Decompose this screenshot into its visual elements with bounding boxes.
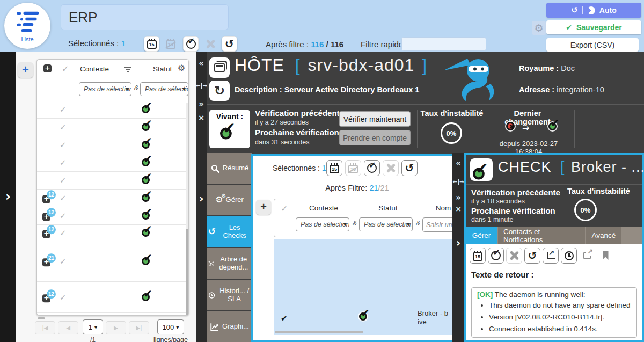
tab-resume[interactable]: Résumé: [207, 153, 252, 184]
acknowledge-button[interactable]: [488, 248, 504, 264]
downtime-button[interactable]: [470, 248, 486, 264]
select-all-check-icon[interactable]: ✓: [62, 64, 69, 74]
expand-plus-icon[interactable]: +12: [42, 290, 56, 302]
list-logo-button[interactable]: Liste: [4, 3, 50, 49]
tools-button[interactable]: [383, 160, 399, 176]
tools-button[interactable]: [202, 36, 218, 52]
tab-gerer[interactable]: Gérer: [466, 227, 497, 244]
row-check-icon[interactable]: ✓: [60, 140, 67, 150]
prev-page-button[interactable]: ◀: [58, 321, 78, 334]
bookmark-button[interactable]: [597, 248, 613, 264]
collapse-right-icon[interactable]: »: [196, 99, 207, 109]
collapse-left-icon[interactable]: «: [196, 59, 207, 68]
tools-button[interactable]: [506, 248, 522, 264]
host-type-button[interactable]: [209, 57, 230, 78]
table-row[interactable]: +12✓✔: [37, 225, 186, 241]
last-page-button[interactable]: ▶|: [129, 321, 149, 334]
row-check-icon[interactable]: ✓: [60, 193, 67, 203]
row-check-icon[interactable]: ✓: [60, 228, 67, 238]
resize-icon[interactable]: ←→: [196, 80, 207, 90]
scrollbar-thumb[interactable]: [186, 229, 188, 315]
expand-plus-icon[interactable]: +21: [42, 254, 56, 266]
horizontal-scrollbar[interactable]: [275, 331, 363, 333]
settings-gear-icon[interactable]: ⚙: [532, 21, 546, 35]
acknowledge-button[interactable]: [364, 160, 380, 176]
collapse-left-icon[interactable]: «: [452, 158, 464, 168]
add-column-button[interactable]: +: [18, 62, 33, 78]
check-type-button[interactable]: ✔: [470, 158, 493, 181]
expand-plus-icon[interactable]: +12: [42, 209, 56, 221]
close-panel-icon[interactable]: ×: [452, 205, 464, 213]
table-row[interactable]: ✓✔: [37, 136, 186, 154]
check-now-button[interactable]: Vérifier maintenant: [339, 111, 411, 127]
history-button[interactable]: [561, 248, 577, 264]
list-title-input[interactable]: [61, 4, 229, 30]
row-check-icon[interactable]: ✓: [60, 158, 67, 168]
recheck-button[interactable]: ↺: [401, 160, 418, 176]
downtime-button[interactable]: [326, 160, 342, 176]
sort-filter-icon[interactable]: [124, 67, 131, 72]
table-row[interactable]: +12✓✔: [37, 190, 186, 207]
downtime-cancel-button[interactable]: [163, 36, 178, 52]
downtime-button[interactable]: [144, 36, 159, 52]
recheck-button[interactable]: ↺: [222, 36, 237, 52]
expand-plus-icon[interactable]: +12: [42, 191, 56, 203]
contexte-filter-select[interactable]: Pas de sélection: [296, 217, 349, 231]
next-page-button[interactable]: ▶: [106, 321, 126, 334]
graph-button[interactable]: [543, 248, 559, 264]
tab-gerer[interactable]: ⚙⚙ Gérer: [207, 185, 252, 215]
tab-historique-sla[interactable]: Histori... / SLA: [207, 280, 252, 310]
expand-chevron-icon[interactable]: ›: [0, 189, 16, 204]
row-check-icon[interactable]: ✓: [60, 257, 67, 266]
reload-host-button[interactable]: ↻: [209, 81, 230, 101]
column-header-contexte[interactable]: Contexte: [297, 204, 350, 212]
expand-chevron-icon[interactable]: ›: [196, 192, 207, 205]
expand-all-icon[interactable]: +: [43, 64, 52, 72]
row-check-icon[interactable]: ✔: [281, 314, 288, 323]
table-row[interactable]: ✓✔: [37, 172, 186, 190]
recheck-button[interactable]: ↺: [524, 248, 540, 264]
tab-les-checks[interactable]: ↺ Les Checks: [207, 216, 252, 247]
per-page-select[interactable]: 100 ▾: [157, 319, 184, 334]
close-panel-icon[interactable]: ×: [196, 113, 207, 122]
downtime-cancel-button[interactable]: [345, 160, 361, 176]
acknowledge-button[interactable]: [183, 36, 199, 52]
statut-filter-select[interactable]: Pas de sélection: [140, 82, 188, 96]
tab-graphiques[interactable]: Graphi...: [207, 311, 252, 342]
row-check-icon[interactable]: ✓: [60, 211, 67, 221]
tab-avance[interactable]: Avancé: [586, 227, 621, 244]
quick-filter-input[interactable]: [401, 37, 486, 51]
table-row[interactable]: +12✓✔: [37, 282, 186, 313]
columns-gear-icon[interactable]: ⚙: [178, 63, 185, 73]
page-select[interactable]: 1 ▾: [83, 319, 103, 334]
table-row[interactable]: ✓✔: [37, 154, 186, 172]
column-header-statut[interactable]: Statut: [361, 204, 415, 212]
select-all-check-icon[interactable]: ✓: [281, 203, 288, 214]
expand-chevron-icon[interactable]: ›: [452, 236, 464, 249]
contexte-filter-select[interactable]: Pas de sélection: [79, 82, 131, 96]
column-header-contexte[interactable]: Contexte: [80, 65, 109, 73]
add-column-button[interactable]: +: [256, 200, 271, 215]
vertical-scrollbar[interactable]: [186, 103, 188, 315]
first-page-button[interactable]: |◀: [35, 321, 55, 334]
statut-filter-select[interactable]: Pas de sélection: [359, 217, 413, 231]
save-button[interactable]: ✔ Sauvegarder: [546, 20, 641, 34]
export-csv-button[interactable]: Export (CSV): [546, 38, 639, 52]
open-external-button[interactable]: [579, 248, 595, 264]
row-check-icon[interactable]: ✓: [60, 105, 67, 114]
auto-refresh-button[interactable]: ↺ Auto: [546, 3, 641, 18]
table-row[interactable]: ✓✔: [37, 119, 186, 136]
table-row[interactable]: +21✓✔: [37, 241, 186, 282]
expand-plus-icon[interactable]: +12: [42, 226, 56, 238]
tab-contacts-notifications[interactable]: Contacts et Notifications: [498, 227, 585, 244]
table-row[interactable]: ✓✔: [37, 101, 186, 119]
tab-arbre-dependances[interactable]: Arbre de dépend...: [207, 248, 252, 279]
row-check-icon[interactable]: ✓: [60, 122, 67, 132]
table-row[interactable]: +12✓✔: [37, 207, 186, 225]
row-check-icon[interactable]: ✓: [60, 176, 67, 185]
column-header-statut[interactable]: Statut: [153, 65, 172, 73]
collapse-right-icon[interactable]: »: [452, 193, 464, 202]
row-check-icon[interactable]: ✓: [60, 293, 67, 302]
horizontal-scrollbar[interactable]: [38, 317, 45, 319]
acknowledge-button[interactable]: Prendre en compte: [339, 130, 411, 145]
